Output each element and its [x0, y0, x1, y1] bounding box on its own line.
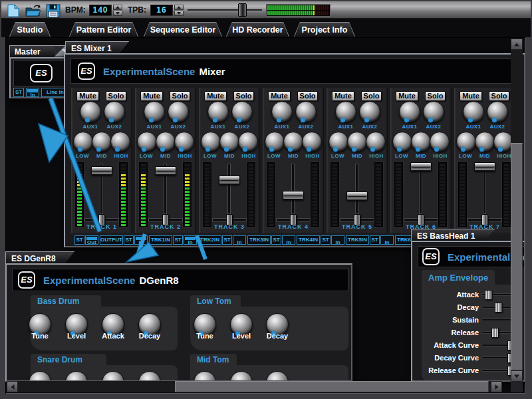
- fader-handle[interactable]: [283, 191, 304, 200]
- envelope-slider-handle[interactable]: [491, 328, 499, 338]
- io-port-connector[interactable]: Out: [85, 235, 98, 245]
- dgenr8-window[interactable]: ES ExperimentalScene DGenR8 Bass DrumTun…: [5, 263, 352, 382]
- mute-button[interactable]: Mute: [268, 91, 291, 101]
- dgenr8-window-titlebar[interactable]: ES DGenR8 1: [5, 251, 74, 263]
- fader-slot[interactable]: [483, 164, 486, 214]
- eq-low-knob[interactable]: [392, 132, 412, 152]
- aux1-knob[interactable]: [144, 101, 165, 122]
- io-port-connector[interactable]: In: [233, 235, 246, 245]
- scroll-up-button[interactable]: [511, 39, 523, 50]
- io-stereo-connector[interactable]: ST: [370, 235, 380, 245]
- master-volume-slider-handle[interactable]: [238, 3, 247, 17]
- eq-high-knob[interactable]: [110, 132, 130, 152]
- envelope-slider-handle[interactable]: [485, 290, 492, 300]
- tab-project-info[interactable]: Project Info: [294, 22, 355, 37]
- tpb-spin-up-button[interactable]: [174, 5, 184, 10]
- open-file-icon[interactable]: [25, 4, 42, 17]
- eq-low-knob[interactable]: [265, 132, 285, 152]
- io-stereo-connector[interactable]: ST: [74, 235, 84, 245]
- mute-button[interactable]: Mute: [140, 91, 163, 101]
- eq-mid-knob[interactable]: [411, 132, 431, 152]
- scroll-left-button[interactable]: [7, 381, 18, 392]
- aux2-knob[interactable]: [423, 101, 444, 122]
- io-stereo-connector[interactable]: ST: [321, 235, 331, 245]
- eq-mid-knob[interactable]: [92, 132, 112, 152]
- eq-mid-knob[interactable]: [156, 132, 176, 152]
- aux2-knob[interactable]: [104, 101, 125, 122]
- io-name-connector[interactable]: TRK5IN: [346, 235, 369, 245]
- scroll-down-button[interactable]: [511, 370, 523, 382]
- eq-low-knob[interactable]: [137, 132, 157, 152]
- io-port-connector[interactable]: In: [282, 235, 295, 245]
- io-port-connector[interactable]: In: [331, 235, 344, 245]
- io-stereo-connector[interactable]: ST: [124, 235, 134, 245]
- fader-handle[interactable]: [410, 162, 432, 171]
- aux1-knob[interactable]: [399, 101, 420, 122]
- eq-high-knob[interactable]: [366, 132, 386, 152]
- fader-handle[interactable]: [474, 162, 495, 171]
- aux1-knob[interactable]: [463, 101, 484, 122]
- io-name-connector[interactable]: TRK2IN: [198, 235, 221, 245]
- eq-low-knob[interactable]: [73, 132, 93, 152]
- aux2-knob[interactable]: [231, 101, 253, 122]
- mute-button[interactable]: Mute: [396, 91, 418, 101]
- aux2-knob[interactable]: [487, 101, 508, 122]
- tab-studio[interactable]: Studio: [9, 22, 51, 37]
- solo-button[interactable]: Solo: [361, 91, 382, 101]
- master-connector-in[interactable]: In: [26, 88, 39, 97]
- eq-mid-knob[interactable]: [475, 132, 495, 152]
- eq-high-knob[interactable]: [238, 132, 258, 152]
- solo-button[interactable]: Solo: [106, 91, 126, 101]
- aux1-knob[interactable]: [335, 101, 356, 122]
- solo-button[interactable]: Solo: [170, 91, 190, 101]
- io-stereo-connector[interactable]: ST: [271, 235, 281, 245]
- tpb-value[interactable]: 16: [150, 5, 173, 16]
- master-connector-st[interactable]: ST: [13, 88, 24, 97]
- basshead-window-titlebar[interactable]: ES BassHead 1: [411, 229, 495, 241]
- io-port-connector[interactable]: In: [184, 235, 197, 245]
- io-name-connector[interactable]: TRK1IN: [149, 235, 172, 245]
- fader-handle[interactable]: [155, 166, 176, 175]
- bpm-value[interactable]: 140: [89, 5, 112, 16]
- mute-button[interactable]: Mute: [460, 91, 482, 101]
- bpm-spin-down-button[interactable]: [113, 11, 122, 16]
- solo-button[interactable]: Solo: [297, 91, 318, 101]
- tpb-spin-down-button[interactable]: [174, 11, 184, 16]
- aux2-knob[interactable]: [359, 101, 380, 122]
- io-name-connector[interactable]: OUTPUT: [100, 235, 123, 245]
- bpm-spin-up-button[interactable]: [113, 5, 122, 10]
- fader-handle[interactable]: [91, 166, 112, 175]
- aux2-knob[interactable]: [295, 101, 317, 122]
- aux2-knob[interactable]: [168, 101, 189, 122]
- master-volume-slider-track[interactable]: [188, 9, 262, 11]
- mixer-window[interactable]: ES ExperimentalScene Mixer MuteSoloAUX1A…: [64, 53, 525, 247]
- scroll-right-button[interactable]: [491, 381, 502, 392]
- io-port-connector[interactable]: In: [380, 235, 394, 245]
- eq-mid-knob[interactable]: [283, 132, 303, 152]
- solo-button[interactable]: Solo: [425, 91, 446, 101]
- eq-low-knob[interactable]: [456, 132, 476, 152]
- solo-button[interactable]: Solo: [489, 91, 509, 101]
- eq-mid-knob[interactable]: [347, 132, 367, 152]
- io-stereo-connector[interactable]: ST: [173, 235, 183, 245]
- io-stereo-connector[interactable]: ST: [222, 235, 232, 245]
- mute-button[interactable]: Mute: [204, 91, 227, 101]
- aux1-knob[interactable]: [80, 101, 101, 122]
- aux1-knob[interactable]: [271, 101, 293, 122]
- basshead-window[interactable]: ES ExperimentalScene Amp Envelope Attack…: [411, 241, 525, 382]
- save-file-icon[interactable]: [45, 4, 61, 18]
- io-port-connector[interactable]: In: [134, 235, 148, 245]
- fader-handle[interactable]: [219, 176, 240, 184]
- fader-slot[interactable]: [291, 164, 295, 214]
- eq-mid-knob[interactable]: [219, 132, 239, 152]
- solo-button[interactable]: Solo: [233, 91, 254, 101]
- mute-button[interactable]: Mute: [76, 91, 99, 101]
- io-name-connector[interactable]: TRK3IN: [247, 235, 271, 245]
- master-panel-titlebar[interactable]: Master: [9, 45, 70, 57]
- tab-hd-recorder[interactable]: HD Recorder: [226, 22, 289, 37]
- eq-high-knob[interactable]: [174, 132, 194, 152]
- aux1-knob[interactable]: [207, 101, 229, 122]
- eq-low-knob[interactable]: [201, 132, 221, 152]
- eq-high-knob[interactable]: [302, 132, 322, 152]
- fader-slot[interactable]: [355, 164, 358, 214]
